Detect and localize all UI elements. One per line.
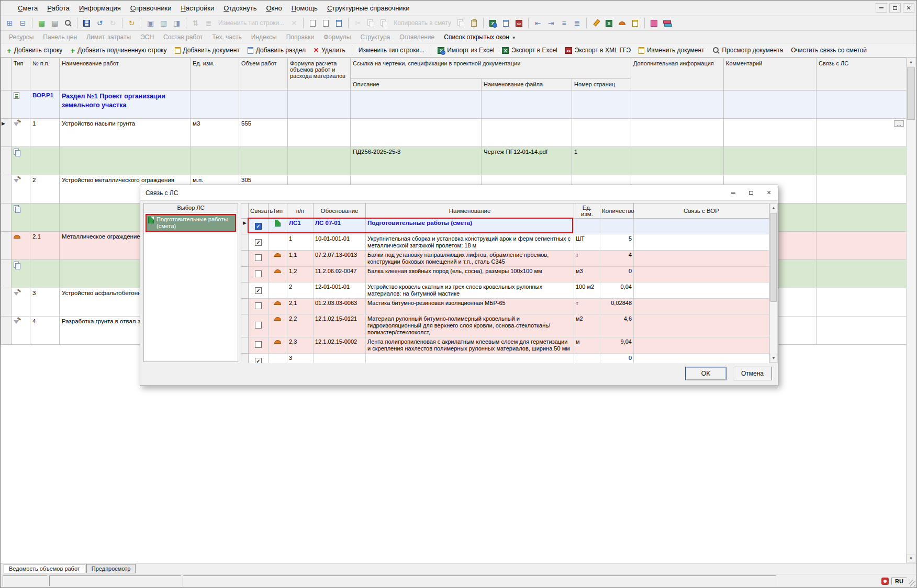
cell-desc[interactable] xyxy=(351,91,482,119)
cell-pp[interactable]: 2,3 xyxy=(287,337,314,354)
scroll-thumb[interactable] xyxy=(907,67,915,120)
cell-pp[interactable]: 1 xyxy=(30,119,60,147)
scroll-track[interactable] xyxy=(907,66,915,554)
document-tab-1[interactable]: Предпросмотр xyxy=(86,564,136,573)
dialog-scroll-track[interactable] xyxy=(770,212,777,354)
dialog-title-bar[interactable]: Связь с ЛС ✕ xyxy=(140,185,778,201)
menu-item-6[interactable]: Окно xyxy=(261,2,286,14)
copy-block-icon[interactable]: ▥ xyxy=(158,17,170,29)
ok-button[interactable]: OK xyxy=(685,367,726,380)
cell-type[interactable] xyxy=(269,267,287,282)
cell-quantity[interactable]: 5 xyxy=(600,234,634,251)
menu-item-3[interactable]: Справочники xyxy=(126,2,176,14)
link-checkbox[interactable]: ✓ xyxy=(255,223,262,230)
page-refresh-icon[interactable] xyxy=(333,17,345,29)
add-row-button[interactable]: +Добавить строку xyxy=(3,45,66,56)
link-checkbox[interactable] xyxy=(255,322,262,329)
cell-link-checkbox[interactable]: ✓ xyxy=(249,234,269,251)
cell-extra[interactable] xyxy=(631,147,724,175)
search-icon[interactable] xyxy=(62,17,74,29)
cell-nm[interactable]: Балка клееная хвойных пород (ель, сосна)… xyxy=(366,267,574,282)
cell-type[interactable] xyxy=(269,354,287,364)
cell-unit[interactable] xyxy=(574,219,600,234)
cell-link-checkbox[interactable]: ✓ xyxy=(249,354,269,364)
menu-item-2[interactable]: Информация xyxy=(74,2,126,14)
menu-item-4[interactable]: Настройки xyxy=(176,2,219,14)
link-checkbox[interactable] xyxy=(255,341,262,348)
cell-vor-link[interactable] xyxy=(634,314,769,337)
cell-vor-link[interactable] xyxy=(634,251,769,267)
cell-pp[interactable]: 1,2 xyxy=(287,267,314,282)
cell-vol[interactable]: 555 xyxy=(239,119,288,147)
cell-nm[interactable]: Лента полипропиленовая с акрилатным клее… xyxy=(366,337,574,354)
print-icon[interactable] xyxy=(307,17,319,29)
cell-basis[interactable]: 07.2.07.13-0013 xyxy=(314,251,366,267)
list-level-icon[interactable]: ≡ xyxy=(558,17,570,29)
grid-view-icon[interactable]: ▦ xyxy=(36,17,48,29)
cell-quantity[interactable]: 0 xyxy=(600,267,634,282)
material-mound-icon[interactable] xyxy=(616,17,628,29)
cell-pp[interactable]: 3 xyxy=(287,354,314,364)
cell-type[interactable] xyxy=(269,314,287,337)
marker-icon[interactable] xyxy=(648,17,660,29)
cell-link-checkbox[interactable]: ✓ xyxy=(249,219,269,234)
layers-icon[interactable] xyxy=(661,17,673,29)
cell-link-checkbox[interactable] xyxy=(249,337,269,354)
cell-pp[interactable]: 3 xyxy=(30,288,60,316)
keyboard-layout[interactable]: RU xyxy=(891,578,907,585)
cell-basis[interactable]: 01.2.03.03-0063 xyxy=(314,299,366,314)
export-xml-button[interactable]: Экспорт в XML ГГЭ xyxy=(562,45,634,55)
menu-item-1[interactable]: Работа xyxy=(42,2,74,14)
cell-cmt[interactable] xyxy=(724,119,817,147)
cell-cmt[interactable] xyxy=(724,91,817,119)
cell-desc[interactable]: ПД256-2025-25-3 xyxy=(351,147,482,175)
scroll-up-button[interactable]: ▲ xyxy=(907,58,915,66)
cell-pp[interactable]: 1,1 xyxy=(287,251,314,267)
cell-extra[interactable] xyxy=(631,119,724,147)
cell-type[interactable] xyxy=(269,251,287,267)
cell-vor-link[interactable] xyxy=(634,282,769,299)
menu-item-0[interactable]: Смета xyxy=(13,2,42,14)
cell-nm[interactable] xyxy=(366,354,574,364)
panel-tab-11[interactable]: Список открытых окон▼ xyxy=(440,32,520,42)
cell-quantity[interactable]: 4 xyxy=(600,251,634,267)
cell-unit[interactable]: т xyxy=(574,251,600,267)
cell-ls-link[interactable] xyxy=(817,260,906,288)
menu-item-7[interactable]: Помощь xyxy=(287,2,322,14)
cell-type[interactable] xyxy=(269,219,287,234)
cell-pp[interactable] xyxy=(30,260,60,288)
link-checkbox[interactable] xyxy=(255,302,262,309)
cell-file[interactable] xyxy=(482,91,572,119)
cell-pp[interactable]: ВОР.Р1 xyxy=(30,91,60,119)
refresh-document-icon[interactable]: ↻ xyxy=(126,17,138,29)
export-excel-button[interactable]: Экспорт в Excel xyxy=(498,45,561,55)
cell-type[interactable] xyxy=(12,203,30,232)
cell-type[interactable] xyxy=(269,234,287,251)
cell-quantity[interactable]: 9,04 xyxy=(600,337,634,354)
cell-ls-link[interactable] xyxy=(817,316,906,345)
cell-un[interactable] xyxy=(191,91,239,119)
palette-doc-icon[interactable] xyxy=(629,17,641,29)
cell-link-checkbox[interactable] xyxy=(249,314,269,337)
cell-pages[interactable] xyxy=(572,91,631,119)
export-xml-icon[interactable] xyxy=(513,17,525,29)
cell-link-checkbox[interactable]: ✓ xyxy=(249,282,269,299)
cell-unit[interactable]: м2 xyxy=(574,314,600,337)
cell-vol[interactable] xyxy=(239,147,288,175)
delete-button[interactable]: ✕Удалить xyxy=(310,45,349,55)
dialog-vertical-scrollbar[interactable]: ▲ ▼ xyxy=(769,203,778,363)
document-tab-0[interactable]: Ведомость объемов работ xyxy=(4,564,85,573)
cell-quantity[interactable]: 0,02848 xyxy=(600,299,634,314)
cell-ls-link[interactable] xyxy=(817,203,906,232)
cell-pp[interactable] xyxy=(30,147,60,175)
dialog-close-button[interactable]: ✕ xyxy=(760,185,778,200)
cell-vor-link[interactable] xyxy=(634,337,769,354)
cell-link-checkbox[interactable] xyxy=(249,299,269,314)
cell-basis[interactable]: ЛС 07-01 xyxy=(314,219,366,234)
link-checkbox[interactable]: ✓ xyxy=(255,287,262,294)
cell-basis[interactable]: 12.1.02.15-0002 xyxy=(314,337,366,354)
page-columns-icon[interactable] xyxy=(320,17,332,29)
cell-basis[interactable] xyxy=(314,354,366,364)
insert-block-icon[interactable]: ▣ xyxy=(144,17,156,29)
cell-cmt[interactable] xyxy=(724,147,817,175)
